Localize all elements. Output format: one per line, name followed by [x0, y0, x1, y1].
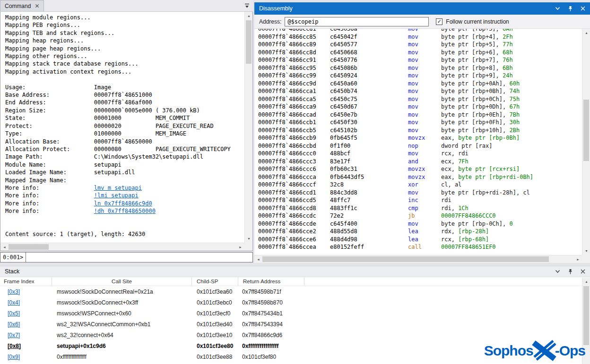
command-link[interactable]: !lmi setupapi: [94, 192, 139, 199]
disassembly-row[interactable]: 00007ff8`4866cc9dc6450a60movbyte ptr [rb…: [258, 80, 581, 88]
disassembly-row[interactable]: 00007ff8`4866cccf32c8xorcl, al: [258, 181, 581, 189]
pin-icon[interactable]: [568, 269, 573, 274]
disassembly-row[interactable]: 00007ff8`4866cce2488d55d8leardx, [rbp-28…: [258, 228, 581, 236]
disassembly-row[interactable]: 00007ff8`4866ccc60fb60c31movzxecx, byte …: [258, 165, 581, 173]
stack-row[interactable]: [0x5]mswsock!WSPConnect+0x600x101cf3ecf0…: [0, 308, 590, 319]
scrollbar-track[interactable]: [262, 255, 574, 263]
disassembly-panel: Disassembly Address: Follow: [254, 0, 590, 263]
disassembly-row[interactable]: 00007ff8`4866ccca0fb6443df5movzxeax, byt…: [258, 173, 581, 181]
command-link[interactable]: ln 0x7ff84866c9d0: [94, 200, 152, 207]
stack-frame-link[interactable]: [0x3]: [8, 288, 20, 295]
disassembly-row[interactable]: 00007ff8`4866ccb5c645102bmovbyte ptr [rb…: [258, 127, 581, 135]
disassembly-row[interactable]: 00007ff8`4866cc8dc6450668movbyte ptr [rb…: [258, 49, 581, 57]
stack-frame-link[interactable]: [0x5]: [8, 310, 20, 317]
scroll-up-icon[interactable]: [245, 12, 253, 20]
command-horizontal-scrollbar[interactable]: [0, 243, 244, 251]
instruction-bytes: c6450577: [330, 41, 408, 49]
stack-frame-link[interactable]: [0x4]: [8, 299, 20, 306]
scroll-right-icon[interactable]: [574, 255, 582, 263]
scroll-down-icon[interactable]: [582, 247, 590, 255]
follow-current-instruction-checkbox[interactable]: [436, 18, 442, 25]
scroll-left-icon[interactable]: [0, 243, 9, 251]
disassembly-row[interactable]: 00007ff8`4866ccadc6450e7bmovbyte ptr [rb…: [258, 111, 581, 119]
disassembly-row[interactable]: 00007ff8`4866cc85c645042fmovbyte ptr [rb…: [258, 33, 581, 41]
scrollbar-thumb[interactable]: [246, 20, 252, 64]
disassembly-horizontal-scrollbar[interactable]: [254, 255, 582, 263]
scroll-left-icon[interactable]: [254, 255, 262, 263]
disassembly-row[interactable]: 00007ff8`4866ccb1c6450f30movbyte ptr [rb…: [258, 119, 581, 127]
stack-row[interactable]: [0x7]ws2_32!connect+0x640x101cf3ee100x7f…: [0, 330, 590, 340]
stack-frame-link[interactable]: [0x9]: [8, 354, 20, 360]
command-vertical-scrollbar[interactable]: [244, 12, 252, 243]
disassembly-row[interactable]: 00007ff8`4866ccdec645f400movbyte ptr [rb…: [258, 220, 581, 228]
address-input[interactable]: [285, 17, 429, 26]
stack-row[interactable]: [0x4]mswsock!SockDoConnect+0x3ff0x101cf3…: [0, 297, 590, 308]
instruction-operands: byte ptr [rbp+0Dh], 67h: [441, 103, 520, 111]
command-input[interactable]: [26, 253, 252, 262]
disassembly-row[interactable]: 00007ff8`4866cca1c6450b74movbyte ptr [rb…: [258, 87, 581, 95]
disassembly-row[interactable]: 00007ff8`4866cce6488d4d98learcx, [rbp-68…: [258, 236, 581, 244]
disassembly-row[interactable]: 00007ff8`4866ccbd0f1f00nopdword ptr [rax…: [258, 142, 581, 150]
scroll-down-icon[interactable]: [245, 235, 253, 243]
logo-text-right: -Ops: [555, 343, 585, 359]
stack-frame-cell: [0x5]: [0, 310, 52, 317]
close-icon[interactable]: [581, 269, 585, 274]
scroll-up-icon[interactable]: [582, 29, 590, 37]
chevron-down-icon[interactable]: [555, 270, 560, 273]
command-link[interactable]: !dh 0x7ff848650000: [94, 208, 156, 214]
disassembly-row[interactable]: 00007ff8`4866ccc383e17fandecx, 7Fh: [258, 158, 581, 166]
scrollbar-thumb[interactable]: [9, 244, 49, 250]
stack-frame-link[interactable]: [0x7]: [8, 332, 20, 339]
disassembly-row[interactable]: 00007ff8`4866cca9c6450d67movbyte ptr [rb…: [258, 103, 581, 111]
panel-menu-icon[interactable]: [244, 3, 250, 8]
pin-icon[interactable]: [568, 6, 573, 11]
command-output-line: More info: !dh 0x7ff848650000: [5, 207, 243, 215]
disassembly-row[interactable]: 00007ff8`4866ccc0488bcfmovrcx, rdi: [258, 150, 581, 158]
scrollbar-thumb[interactable]: [583, 286, 589, 345]
scroll-right-icon[interactable]: [236, 243, 244, 251]
disassembly-row[interactable]: 00007ff8`4866ccd1884c3dd8movbyte ptr [rb…: [258, 189, 581, 197]
stack-row[interactable]: [0x3]mswsock!SockDoConnectReal+0x21a0x10…: [0, 286, 590, 297]
command-output-line: Allocation Protect: 00000080 PAGE_EXECUT…: [5, 145, 243, 153]
tab-command-label: Command: [5, 3, 31, 9]
scrollbar-thumb[interactable]: [583, 100, 589, 161]
instruction-bytes: c645f400: [330, 220, 408, 228]
disassembly-row[interactable]: 00007ff8`4866ccdc72e2jb00007FF84866CCC0: [258, 212, 581, 220]
command-output-line: More info: ln 0x7ff84866c9d0: [5, 200, 243, 207]
stack-frame-link[interactable]: [0x6]: [8, 321, 20, 328]
close-icon[interactable]: [581, 6, 585, 11]
disassembly-row[interactable]: 00007ff8`4866cc95c645086bmovbyte ptr [rb…: [258, 64, 581, 72]
instruction-address: 00007ff8`4866cc95: [258, 64, 330, 72]
instruction-mnemonic: mov: [408, 119, 441, 127]
command-link[interactable]: lmv m setupapi: [94, 185, 142, 191]
disassembly-row[interactable]: 00007ff8`4866cc91c6450776movbyte ptr [rb…: [258, 56, 581, 64]
instruction-bytes: 48ffc7: [330, 196, 408, 204]
operand: dword ptr [rax]: [441, 143, 492, 149]
disassembly-row[interactable]: 00007ff8`4866ccd548ffc7incrdi: [258, 196, 581, 204]
tab-command[interactable]: Command: [0, 0, 44, 11]
command-output-line: End Address: 00007ff8`486af000: [5, 99, 243, 106]
scrollbar-track[interactable]: [9, 243, 236, 251]
instruction-bytes: c6450b74: [330, 87, 408, 95]
instruction-operands: dword ptr [rax]: [441, 142, 492, 150]
tab-close-icon[interactable]: [35, 4, 39, 8]
chevron-down-icon[interactable]: [555, 7, 560, 10]
command-output-line: Content source: 1 (target), length: 4263…: [5, 230, 243, 238]
stack-row[interactable]: [0x6]ws2_32!WSAConnectCommon+0xb10x101cf…: [0, 319, 590, 330]
scrollbar-thumb[interactable]: [262, 256, 549, 262]
stack-return-address: 0xffffffffffffffff: [238, 343, 304, 349]
disassembly-vertical-scrollbar[interactable]: [582, 29, 590, 255]
command-output-line: [5, 215, 243, 223]
disassembly-row[interactable]: 00007ff8`4866cc81c645036amovbyte ptr [rb…: [258, 29, 581, 33]
scroll-up-icon[interactable]: [582, 278, 590, 286]
disassembly-row[interactable]: 00007ff8`4866cca5c6450c75movbyte ptr [rb…: [258, 95, 581, 103]
disassembly-row[interactable]: 00007ff8`4866cc89c6450577movbyte ptr [rb…: [258, 41, 581, 49]
operand: byte ptr [rbp+5],: [441, 41, 503, 48]
disassembly-row[interactable]: 00007ff8`4866cceae80152feffcall00007FF84…: [258, 243, 581, 251]
instruction-address: 00007ff8`4866ccd1: [258, 189, 330, 197]
instruction-address: 00007ff8`4866cc8d: [258, 49, 330, 57]
disassembly-row[interactable]: 00007ff8`4866ccd84883ff1ccmprdi, 1Ch: [258, 204, 581, 212]
stack-frame-link[interactable]: [0x8]: [8, 343, 21, 349]
disassembly-row[interactable]: 00007ff8`4866cc99c6450924movbyte ptr [rb…: [258, 72, 581, 80]
disassembly-row[interactable]: 00007ff8`4866ccb90fb645f5movzxeax, byte …: [258, 134, 581, 142]
